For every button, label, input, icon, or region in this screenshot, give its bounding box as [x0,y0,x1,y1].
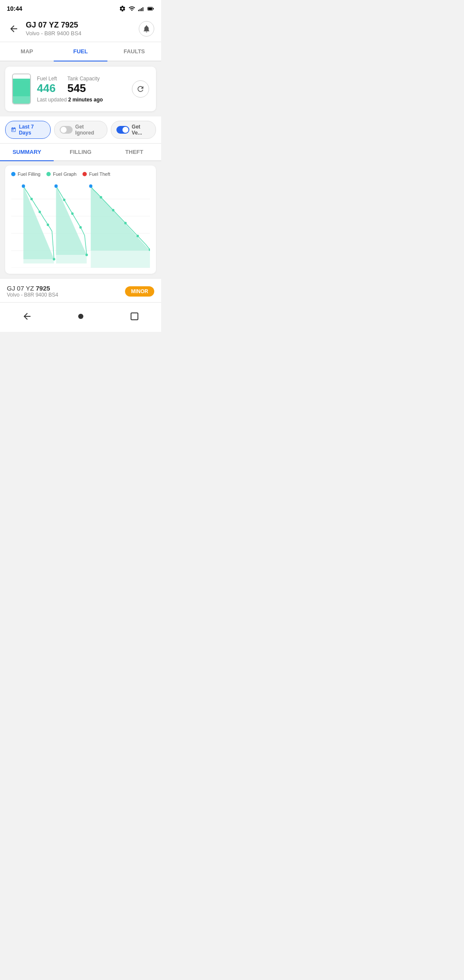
svg-point-21 [47,224,49,226]
nav-home-icon [76,311,86,322]
tab-map[interactable]: MAP [0,42,54,61]
svg-point-23 [55,184,58,188]
status-bar: 10:44 [0,0,161,15]
vehicle-subtitle: Volvo - B8R 9400 BS4 [26,30,81,37]
sub-tab-summary[interactable]: SUMMARY [0,144,54,160]
wifi-icon [128,5,135,12]
calendar-icon [11,127,16,133]
ignored-filter[interactable]: Get Ignored [54,121,107,139]
status-icons [119,5,154,12]
nav-back-button[interactable] [18,307,37,326]
svg-rect-6 [148,8,152,10]
sub-tabs: SUMMARY FILLING THEFT [0,144,161,161]
svg-point-19 [31,198,33,200]
sub-tab-filling[interactable]: FILLING [54,144,107,160]
svg-point-30 [112,209,115,211]
bottom-vehicle-info: GJ 07 YZ 7925 Volvo - B8R 9400 BS4 [7,285,58,298]
header: GJ 07 YZ 7925 Volvo - B8R 9400 BS4 [0,15,161,42]
ignored-toggle[interactable] [60,126,73,134]
verified-label: Get Ve... [132,124,150,136]
svg-marker-13 [24,186,54,263]
legend-fuel-graph: Fuel Graph [46,172,76,177]
svg-rect-1 [140,9,140,11]
status-time: 10:44 [7,5,22,12]
svg-point-28 [89,184,92,188]
bottom-vehicle-name: GJ 07 YZ 7925 [7,285,58,292]
svg-rect-0 [138,10,139,11]
bell-icon [142,24,151,33]
legend-dot-filling [11,172,15,176]
header-left: GJ 07 YZ 7925 Volvo - B8R 9400 BS4 [7,21,81,37]
vehicle-title: GJ 07 YZ 7925 [26,21,81,30]
nav-home-button[interactable] [71,307,90,326]
fuel-gauge-icon [12,74,31,104]
legend-fuel-theft: Fuel Theft [82,172,110,177]
nav-square-icon [129,311,140,322]
verified-filter[interactable]: Get Ve... [111,121,156,139]
tank-capacity-value: 545 [67,82,100,95]
legend-fuel-filling: Fuel Filling [11,172,40,177]
svg-point-22 [53,258,55,260]
tab-faults[interactable]: FAULTS [107,42,161,61]
fuel-chart [11,182,150,268]
legend-dot-graph [46,172,51,176]
fuel-left-item: Fuel Left 446 [37,76,57,95]
ignored-label: Get Ignored [75,124,102,136]
svg-marker-15 [56,186,87,263]
tank-capacity-item: Tank Capacity 545 [67,76,100,95]
bottom-peek-bar: GJ 07 YZ 7925 Volvo - B8R 9400 BS4 MINOR [0,278,161,302]
minor-badge[interactable]: MINOR [125,286,154,297]
fuel-card: Fuel Left 446 Tank Capacity 545 Last upd… [5,67,156,111]
fuel-left-value: 446 [37,82,57,95]
svg-rect-3 [143,7,143,11]
refresh-icon [136,85,145,93]
chart-section: Fuel Filling Fuel Graph Fuel Theft [5,165,156,274]
back-button[interactable] [7,22,21,36]
svg-point-29 [100,196,102,199]
svg-point-31 [124,222,127,224]
svg-rect-2 [141,8,142,11]
back-arrow-icon [9,24,19,34]
sub-tab-theft[interactable]: THEFT [107,144,161,160]
notification-button[interactable] [139,21,154,37]
svg-rect-5 [153,8,154,9]
svg-marker-17 [91,186,150,268]
svg-point-26 [79,226,82,229]
fuel-details: Fuel Left 446 Tank Capacity 545 Last upd… [37,76,126,103]
signal-icon [138,5,145,12]
refresh-button[interactable] [132,80,149,98]
fuel-updated-text: Last updated 2 minutes ago [37,97,126,103]
svg-point-32 [137,235,139,237]
filter-row: Last 7 Days Get Ignored Get Ve... [0,116,161,144]
fuel-gauge-fill [13,81,30,104]
verified-toggle-thumb [122,127,128,133]
bottom-vehicle-subtitle: Volvo - B8R 9400 BS4 [7,292,58,298]
svg-point-27 [85,254,88,256]
legend-dot-theft [82,172,87,176]
svg-rect-35 [131,313,138,320]
svg-point-24 [63,199,66,201]
tab-fuel[interactable]: FUEL [54,42,107,61]
fuel-chart-svg [11,182,150,268]
svg-point-20 [39,211,41,213]
svg-point-25 [71,212,74,215]
nav-back-icon [22,311,32,322]
date-range-filter[interactable]: Last 7 Days [5,121,51,139]
svg-point-18 [22,184,25,188]
ignored-toggle-thumb [61,127,67,133]
nav-bar [0,302,161,332]
settings-icon [119,5,126,12]
battery-icon [147,5,154,12]
header-text: GJ 07 YZ 7925 Volvo - B8R 9400 BS4 [26,21,81,37]
svg-point-34 [78,314,83,319]
nav-square-button[interactable] [125,307,144,326]
chart-legend: Fuel Filling Fuel Graph Fuel Theft [11,172,150,177]
date-range-label: Last 7 Days [19,124,45,136]
verified-toggle[interactable] [116,126,129,134]
main-tabs: MAP FUEL FAULTS [0,42,161,61]
